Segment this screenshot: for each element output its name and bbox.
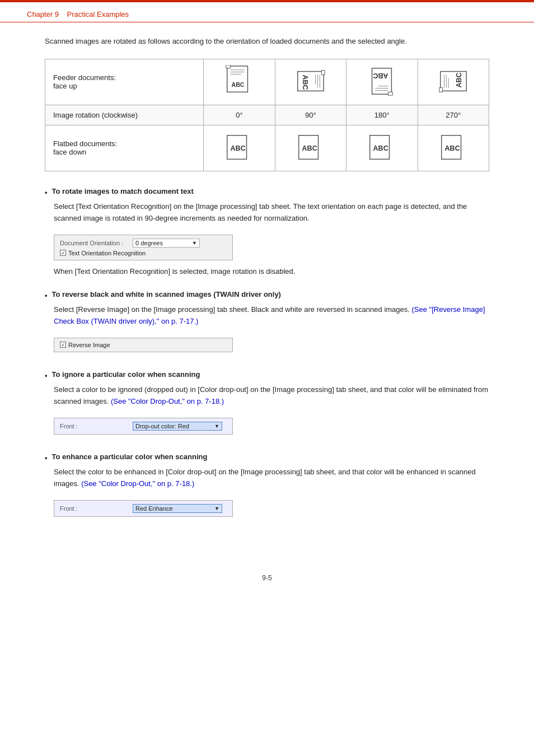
ignore-front-label: Front : — [60, 423, 133, 430]
enhance-front-label: Front : — [60, 505, 133, 512]
chevron-down-icon-4: ▼ — [214, 506, 219, 511]
flatbed-doc-180: ABC — [367, 131, 396, 164]
chevron-down-icon-3: ▼ — [214, 423, 219, 429]
svg-rect-11 — [321, 70, 325, 74]
checkmark-icon: ✓ — [61, 250, 65, 256]
feeder-icon-180: ABC — [346, 59, 418, 105]
flatbed-svg-270: ABC — [439, 131, 468, 164]
rotation-label: Image rotation (clockwise) — [45, 105, 204, 125]
section-enhance-color: • To enhance a particular color when sca… — [45, 452, 489, 522]
flatbed-icon-180: ABC — [346, 125, 418, 171]
flatbed-doc-0: ABC — [224, 131, 254, 164]
doc-icon-180deg: ABC — [367, 65, 396, 97]
section-reverse-bw: • To reverse black and white in scanned … — [45, 290, 489, 358]
flatbed-label: Flatbed documents:face down — [45, 125, 204, 171]
orientation-note: When [Text Orientation Recognition] is s… — [45, 266, 489, 278]
svg-text:ABC: ABC — [302, 144, 317, 152]
reverse-link[interactable]: (See "[Reverse Image] Check Box (TWAIN d… — [54, 305, 485, 325]
checkmark-icon-2: ✓ — [61, 342, 65, 348]
doc-svg-90deg: ABC — [296, 65, 325, 97]
enhance-color-row: Front : Red Enhance ▼ — [60, 504, 227, 513]
section-reverse-heading: To reverse black and white in scanned im… — [52, 290, 281, 298]
table-row-feeder: Feeder documents:face up ABC — [45, 59, 489, 105]
doc-icon-90deg: ABC — [296, 65, 325, 97]
flatbed-doc-270: ABC — [439, 131, 468, 164]
section-enhance-body: Select the color to be enhanced in [Colo… — [45, 466, 489, 490]
feeder-label: Feeder documents:face up — [45, 59, 204, 105]
section-reverse-body: Select [Reverse Image] on the [Image pro… — [45, 304, 489, 328]
ignore-link[interactable]: (See "Color Drop-Out," on p. 7-18.) — [111, 397, 224, 405]
bullet-dot-3: • — [45, 370, 48, 381]
ignore-color-row: Front : Drop-out color: Red ▼ — [60, 422, 227, 431]
chevron-down-icon: ▼ — [192, 240, 197, 246]
svg-text:ABC: ABC — [373, 144, 388, 152]
flatbed-svg-90: ABC — [296, 131, 325, 164]
doc-icon-270deg: ABC — [439, 65, 468, 97]
feeder-icon-270: ABC — [418, 59, 489, 105]
section-rotate-to-match: • To rotate images to match document tex… — [45, 187, 489, 278]
page-footer: 9-5 — [0, 557, 534, 587]
doc-svg-180deg: ABC — [367, 65, 396, 97]
section-reverse-title: • To reverse black and white in scanned … — [45, 290, 489, 301]
page-number: 9-5 — [262, 574, 271, 582]
text-orientation-checkbox-row: ✓ Text Orientation Recognition — [60, 250, 227, 256]
orientation-row: Document Orientation : 0 degrees ▼ — [60, 239, 227, 248]
bullet-dot-4: • — [45, 452, 48, 464]
reverse-ui-mock: ✓ Reverse Image — [54, 338, 233, 352]
text-orientation-checkbox[interactable]: ✓ — [60, 250, 66, 256]
doc-svg-270deg: ABC — [439, 65, 468, 97]
flatbed-svg-0: ABC — [224, 131, 254, 164]
rotation-270: 270° — [418, 105, 489, 125]
svg-rect-17 — [388, 92, 393, 95]
svg-text:ABC: ABC — [232, 81, 245, 87]
orientation-ui-label: Document Orientation : — [60, 240, 133, 246]
reverse-image-checkbox[interactable]: ✓ — [60, 342, 66, 348]
doc-svg-0deg: ABC — [224, 65, 254, 97]
table-row-flatbed: Flatbed documents:face down ABC ABC — [45, 125, 489, 171]
rotation-0: 0° — [204, 105, 275, 125]
text-orientation-label: Text Orientation Recognition — [68, 250, 146, 256]
svg-text:ABC: ABC — [455, 72, 462, 87]
section-ignore-title: • To ignore a particular color when scan… — [45, 370, 489, 381]
flatbed-icon-0: ABC — [204, 125, 275, 171]
ignore-color-dropdown[interactable]: Drop-out color: Red ▼ — [133, 422, 222, 431]
table-row-rotation: Image rotation (clockwise) 0° 90° 180° 2… — [45, 105, 489, 125]
bullet-dot-2: • — [45, 290, 48, 301]
rotation-table: Feeder documents:face up ABC — [45, 59, 489, 171]
svg-text:ABC: ABC — [301, 74, 309, 90]
section-ignore-body: Select a color to be ignored (dropped ou… — [45, 384, 489, 408]
svg-text:ABC: ABC — [444, 144, 460, 152]
ignore-color-ui-mock: Front : Drop-out color: Red ▼ — [54, 418, 233, 435]
section-enhance-title: • To enhance a particular color when sca… — [45, 452, 489, 464]
section-rotate-heading: To rotate images to match document text — [52, 187, 194, 195]
reverse-image-label: Reverse Image — [68, 342, 110, 348]
chapter-number: Chapter 9 — [27, 10, 59, 18]
chapter-label: Chapter 9 Practical Examples — [0, 2, 534, 22]
svg-text:ABC: ABC — [231, 144, 246, 152]
section-ignore-color: • To ignore a particular color when scan… — [45, 370, 489, 440]
enhance-color-ui-mock: Front : Red Enhance ▼ — [54, 500, 233, 517]
svg-rect-5 — [226, 65, 231, 68]
bullet-dot-1: • — [45, 187, 48, 198]
intro-paragraph: Scanned images are rotated as follows ac… — [45, 36, 489, 48]
rotation-180: 180° — [346, 105, 418, 125]
feeder-icon-90: ABC — [275, 59, 346, 105]
section-rotate-title: • To rotate images to match document tex… — [45, 187, 489, 198]
main-content: Scanned images are rotated as follows ac… — [0, 22, 534, 557]
enhance-link[interactable]: (See "Color Drop-Out," on p. 7-18.) — [81, 479, 194, 488]
chapter-title: Practical Examples — [67, 10, 129, 18]
orientation-ui-mock: Document Orientation : 0 degrees ▼ ✓ Tex… — [54, 235, 233, 260]
feeder-icon-0: ABC — [204, 59, 275, 105]
flatbed-svg-180: ABC — [367, 131, 396, 164]
svg-rect-23 — [439, 87, 443, 92]
section-ignore-heading: To ignore a particular color when scanni… — [52, 370, 200, 379]
flatbed-icon-90: ABC — [275, 125, 346, 171]
flatbed-doc-90: ABC — [296, 131, 325, 164]
orientation-dropdown[interactable]: 0 degrees ▼ — [133, 239, 200, 248]
rotation-90: 90° — [275, 105, 346, 125]
section-rotate-body: Select [Text Orientation Recognition] on… — [45, 201, 489, 225]
doc-icon-0deg: ABC — [224, 65, 254, 97]
orientation-dropdown-value: 0 degrees — [135, 240, 163, 246]
enhance-color-dropdown[interactable]: Red Enhance ▼ — [133, 504, 222, 513]
ignore-dropdown-value: Drop-out color: Red — [135, 423, 189, 430]
